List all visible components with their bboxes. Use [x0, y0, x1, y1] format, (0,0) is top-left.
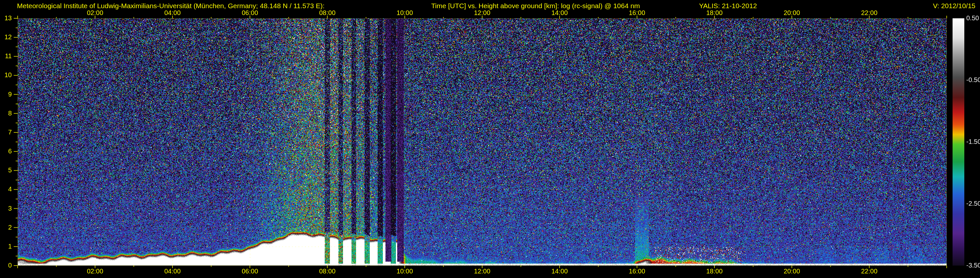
quicklook-stage: Meteorological Institute of Ludwig-Maxim… [0, 0, 980, 278]
plot-title: Time [UTC] vs. Height above ground [km]:… [431, 2, 640, 10]
lidar-quicklook-page: { "page": { "background": "#000000", "ax… [0, 0, 980, 278]
institute-header: Meteorological Institute of Ludwig-Maxim… [17, 2, 325, 10]
colorbar [953, 18, 964, 265]
lidar-heatmap-canvas [0, 0, 980, 278]
version-label: V: 2012/10/15 [933, 2, 975, 10]
system-date-label: YALIS: 21-10-2012 [699, 2, 757, 10]
